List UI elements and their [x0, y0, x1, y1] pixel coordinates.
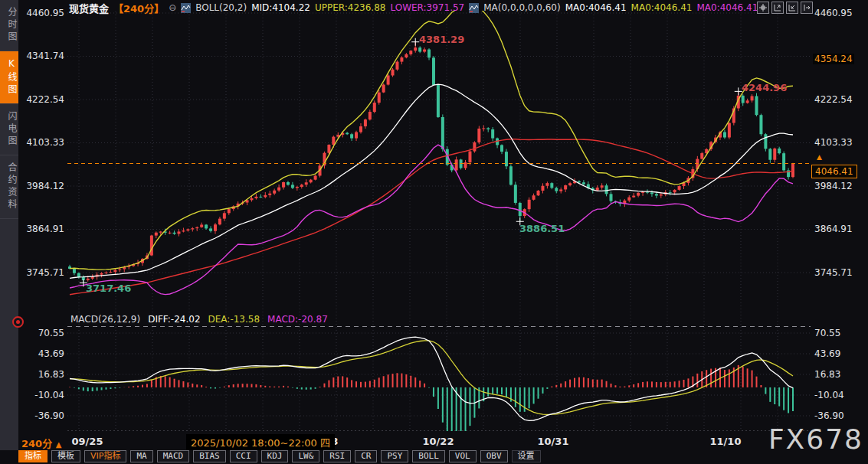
price-tick-right: 3864.91	[814, 224, 853, 234]
candlestick	[537, 191, 540, 195]
indicator-button-rsi[interactable]: RSI	[323, 450, 351, 462]
session-high-label: 4354.24	[813, 54, 854, 64]
macd-tick-right: -10.04	[814, 390, 844, 400]
macd-tick-right: -36.90	[814, 410, 844, 421]
macd-tick-right: 16.83	[814, 369, 840, 380]
indicator-button-cci[interactable]: CCI	[230, 450, 257, 462]
candlestick	[350, 134, 353, 138]
candlestick	[650, 192, 653, 194]
candlestick	[464, 162, 467, 168]
candlestick	[541, 186, 544, 191]
tab-indicators[interactable]: 指标	[18, 450, 47, 462]
candlestick	[555, 188, 558, 191]
crosshair-tool-icon[interactable]	[757, 2, 769, 14]
pan-tool-icon[interactable]	[801, 2, 813, 14]
tab-templates[interactable]: 模板	[51, 450, 80, 462]
candlestick	[109, 272, 112, 273]
settings-button[interactable]: 设置	[512, 450, 541, 462]
indicator-button-boll[interactable]: BOLL	[412, 450, 445, 462]
zoom-out-tool-icon[interactable]	[786, 2, 798, 14]
candlestick	[218, 219, 221, 225]
candlestick	[254, 197, 257, 198]
candlestick	[346, 132, 349, 134]
candlestick	[291, 185, 294, 188]
candlestick	[118, 270, 121, 270]
boll-lower-line	[70, 145, 793, 294]
candlestick	[173, 233, 176, 234]
candlestick	[364, 119, 367, 126]
candlestick	[532, 195, 536, 200]
candlestick	[287, 182, 290, 185]
candlestick	[73, 269, 76, 273]
extreme-marker	[411, 38, 419, 46]
indicator-button-kdj[interactable]: KDJ	[261, 450, 289, 462]
candlestick	[177, 231, 180, 234]
price-tick-right: 4460.95	[814, 8, 853, 18]
candlestick	[300, 185, 303, 187]
indicator-button-cr[interactable]: CR	[355, 450, 377, 462]
ma-indicator-icon[interactable]	[469, 3, 479, 13]
candlestick	[678, 186, 681, 190]
candlestick	[155, 233, 158, 236]
candlestick	[305, 182, 308, 185]
candlestick	[200, 224, 203, 227]
sidebar-item-timeline[interactable]: 分时图	[0, 0, 18, 51]
indicator-button-macd[interactable]: MACD	[157, 450, 190, 462]
candlestick	[545, 183, 549, 186]
candlestick	[473, 142, 476, 152]
indicator-toolbar: 指标 模板 VIP指标 MA MACD BIAS CCI KDJ LW& RSI…	[18, 449, 541, 463]
minus-circle-icon[interactable]: ⊖	[169, 2, 176, 13]
candlestick	[223, 213, 226, 218]
chart-canvas[interactable]	[0, 0, 868, 464]
candlestick	[273, 191, 276, 194]
candlestick	[768, 149, 771, 159]
candlestick	[559, 189, 562, 191]
candlestick	[641, 192, 644, 193]
indicator-button-lw[interactable]: LW&	[292, 450, 319, 462]
macd-tick-right: 43.69	[814, 348, 840, 359]
date-tick: 09/25	[70, 436, 104, 447]
indicator-button-psy[interactable]: PSY	[381, 450, 408, 462]
macd-diff-line	[70, 337, 793, 420]
candlestick	[755, 96, 758, 116]
tab-vip-indicators[interactable]: VIP指标	[84, 450, 126, 462]
candlestick	[169, 233, 172, 234]
period-badge: 【240分】	[113, 1, 164, 15]
candlestick	[728, 123, 731, 138]
price-tick-right: 3984.12	[814, 181, 853, 191]
candlestick	[100, 273, 103, 275]
indicator-button-bias[interactable]: BIAS	[193, 450, 226, 462]
annotation-recent-high: 4244.96	[742, 82, 787, 93]
candlestick	[368, 112, 372, 119]
candlestick	[395, 62, 398, 70]
candlestick	[519, 203, 522, 216]
period-selector[interactable]: 240分 ▲	[21, 436, 61, 450]
candlestick	[391, 70, 395, 76]
sidebar: 分时图 K线图 闪电图 合约资料	[0, 0, 18, 450]
candlestick	[486, 128, 490, 129]
candlestick	[601, 185, 604, 188]
candlestick	[568, 183, 572, 185]
candlestick	[277, 188, 280, 191]
indicator-button-obv[interactable]: OBV	[480, 450, 508, 462]
zoom-in-tool-icon[interactable]	[771, 2, 784, 14]
watermark: FX678	[768, 423, 863, 455]
ma-label: MA(0,0,0,0,0,60)	[483, 2, 560, 13]
candlestick	[191, 228, 194, 229]
sidebar-item-kline[interactable]: K线图	[0, 51, 18, 104]
indicator-button-ma[interactable]: MA	[130, 450, 152, 462]
boll-indicator-icon[interactable]	[181, 3, 191, 13]
candlestick	[582, 182, 585, 184]
triangle-up-icon: ▲	[56, 440, 62, 449]
ma0-value-2: MA0:4046.41	[631, 2, 693, 13]
candlestick	[405, 54, 408, 57]
indicator-button-vol[interactable]: VOL	[449, 450, 477, 462]
candlestick	[778, 149, 781, 153]
candlestick	[113, 270, 116, 272]
candlestick	[432, 57, 435, 85]
sidebar-item-contract-info[interactable]: 合约资料	[0, 155, 18, 219]
live-indicator-icon	[12, 316, 24, 328]
sidebar-item-flash[interactable]: 闪电图	[0, 104, 18, 155]
candlestick	[632, 196, 635, 198]
candlestick	[514, 185, 517, 203]
